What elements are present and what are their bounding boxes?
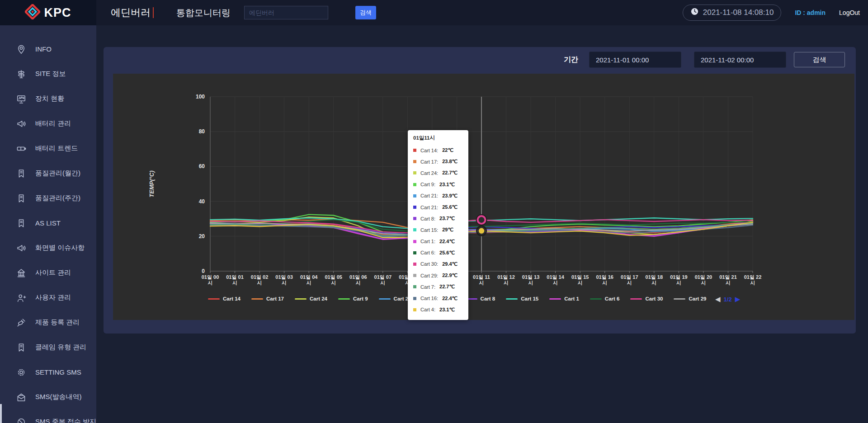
svg-text:40: 40 xyxy=(199,198,205,205)
sidebar-item[interactable]: 배터리 관리 xyxy=(0,111,96,136)
chart-tooltip: 01일11시 Cart 14: 22℃Cart 17: 23.8℃Cart 24… xyxy=(408,130,468,320)
svg-text:01일 14시: 01일 14시 xyxy=(547,274,564,286)
temperature-chart[interactable]: 02040608010001일 00시01일 01시01일 02시01일 03시… xyxy=(113,74,854,320)
legend-item[interactable]: Cart 9 xyxy=(338,296,368,301)
tooltip-series-value: 23.1℃ xyxy=(439,307,455,313)
svg-text:20: 20 xyxy=(199,233,205,240)
sidebar-item[interactable]: 품질관리(월간) xyxy=(0,161,96,186)
legend-label: Cart 6 xyxy=(605,296,620,301)
sidebar-item[interactable]: SITE 정보 xyxy=(0,61,96,86)
svg-text:01일 01시: 01일 01시 xyxy=(226,274,244,286)
tooltip-row: Cart 8: 23.7℃ xyxy=(408,213,468,224)
logout-button[interactable]: LogOut xyxy=(839,9,860,16)
sidebar-item[interactable]: AS LIST xyxy=(0,211,96,235)
tooltip-series-label: Cart 8: xyxy=(420,216,435,221)
site-title: 에딘버러 xyxy=(111,6,151,19)
tooltip-swatch xyxy=(413,274,416,277)
tooltip-rows: Cart 14: 22℃Cart 17: 23.8℃Cart 24: 22.7℃… xyxy=(408,145,468,315)
sidebar-item-label: AS LIST xyxy=(35,219,61,227)
legend-page-indicator: 1/2 xyxy=(724,296,732,303)
legend-item[interactable]: Cart 21 xyxy=(379,296,411,301)
legend-swatch xyxy=(549,298,561,300)
legend-next-icon[interactable]: ▶ xyxy=(735,295,741,303)
scrollbar-thumb[interactable] xyxy=(0,404,2,423)
legend-item[interactable]: Cart 8 xyxy=(466,296,495,301)
period-search-button[interactable]: 검색 xyxy=(794,52,845,67)
legend-item[interactable]: Cart 1 xyxy=(549,296,579,301)
svg-text:01일 19시: 01일 19시 xyxy=(670,274,688,286)
svg-text:TEMP(°C): TEMP(°C) xyxy=(148,170,155,197)
svg-text:01일 05시: 01일 05시 xyxy=(325,274,342,286)
sidebar-item[interactable]: 화면별 이슈사항 xyxy=(0,235,96,260)
tooltip-series-value: 22.4℃ xyxy=(442,296,458,301)
sidebar-item[interactable]: SMS(발송내역) xyxy=(0,385,96,409)
legend-prev-icon[interactable]: ◀ xyxy=(715,295,721,303)
tooltip-row: Cart 17: 23.8℃ xyxy=(408,156,468,167)
sidebar-item-label: 품질관리(월간) xyxy=(35,169,80,178)
sidebar-item-label: SITE 정보 xyxy=(35,70,66,78)
chart-panel: 기간 검색 02040608010001일 00시01일 01시01일 02시0… xyxy=(104,47,856,334)
map-pin-icon xyxy=(16,44,26,54)
tooltip-series-value: 22.4℃ xyxy=(439,239,455,244)
legend-item[interactable]: Cart 30 xyxy=(630,296,663,301)
brand-logo[interactable]: KPC xyxy=(0,0,96,25)
legend-item[interactable]: Cart 14 xyxy=(208,296,241,301)
tooltip-swatch xyxy=(413,263,416,266)
date-to-input[interactable] xyxy=(694,52,786,68)
legend-item[interactable]: Cart 15 xyxy=(506,296,538,301)
tooltip-row: Cart 21: 25.6℃ xyxy=(408,202,468,213)
legend-swatch xyxy=(674,298,685,300)
sidebar-item[interactable]: SETTING SMS xyxy=(0,360,96,385)
sidebar-item[interactable]: 배터리 트렌드 xyxy=(0,136,96,161)
tooltip-swatch xyxy=(413,285,416,288)
sidebar-item[interactable]: 제품 등록 관리 xyxy=(0,310,96,335)
tooltip-series-label: Cart 29: xyxy=(420,273,438,278)
battery-icon xyxy=(16,144,26,154)
chart-region: 02040608010001일 00시01일 01시01일 02시01일 03시… xyxy=(113,74,854,320)
tooltip-series-value: 29.4℃ xyxy=(442,261,458,267)
block-icon xyxy=(16,417,26,423)
legend-swatch xyxy=(590,298,602,300)
tooltip-series-label: Cart 21: xyxy=(420,205,438,210)
tooltip-swatch xyxy=(413,206,416,209)
tooltip-swatch xyxy=(413,183,416,186)
site-search-input[interactable] xyxy=(244,6,328,19)
period-filter: 기간 검색 xyxy=(564,52,845,67)
tooltip-row: Cart 29: 22.9℃ xyxy=(408,270,468,281)
tooltip-series-label: Cart 16: xyxy=(420,296,438,301)
sidebar-item[interactable]: 클레임 유형 관리 xyxy=(0,335,96,360)
tooltip-series-label: Cart 6: xyxy=(420,250,435,255)
sidebar: INFOSITE 정보장치 현황배터리 관리배터리 트렌드품질관리(월간)품질관… xyxy=(0,25,96,423)
legend-label: Cart 29 xyxy=(689,296,706,301)
svg-text:60: 60 xyxy=(199,163,205,169)
legend-swatch xyxy=(379,298,391,300)
tooltip-swatch xyxy=(413,171,416,174)
legend-item[interactable]: Cart 17 xyxy=(251,296,284,301)
header-search-button[interactable]: 검색 xyxy=(355,6,376,19)
sidebar-item[interactable]: 사용자 관리 xyxy=(0,285,96,310)
tooltip-series-value: 23.9℃ xyxy=(442,193,458,199)
sidebar-item-label: SMS 중복 접수 방지 xyxy=(35,418,96,423)
sidebar-item[interactable]: 품질관리(주간) xyxy=(0,186,96,211)
sidebar-item[interactable]: SMS 중복 접수 방지 xyxy=(0,409,96,423)
svg-text:01일 12시: 01일 12시 xyxy=(497,274,515,286)
tooltip-series-value: 22.7℃ xyxy=(439,284,455,290)
clock-icon xyxy=(690,7,699,18)
sidebar-item-label: SETTING SMS xyxy=(35,368,81,376)
legend-item[interactable]: Cart 6 xyxy=(590,296,620,301)
sidebar-item[interactable]: INFO xyxy=(0,37,96,61)
sidebar-item-label: 배터리 관리 xyxy=(35,119,71,128)
date-from-input[interactable] xyxy=(589,52,681,68)
megaphone-icon xyxy=(16,243,26,253)
legend-label: Cart 30 xyxy=(645,296,663,301)
sidebar-item-label: 클레임 유형 관리 xyxy=(35,343,86,352)
tooltip-swatch xyxy=(413,160,416,163)
sidebar-item[interactable]: 사이트 관리 xyxy=(0,260,96,285)
sidebar-item-label: 품질관리(주간) xyxy=(35,194,80,202)
legend-item[interactable]: Cart 29 xyxy=(674,296,706,301)
tooltip-series-label: Cart 7: xyxy=(420,284,435,290)
sidebar-item[interactable]: 장치 현황 xyxy=(0,86,96,111)
app-root: KPC 에딘버러 통합모니터링 검색 2021-11-08 14:08:10 I… xyxy=(0,0,868,423)
legend-item[interactable]: Cart 24 xyxy=(295,296,327,301)
plug-icon xyxy=(16,318,26,328)
